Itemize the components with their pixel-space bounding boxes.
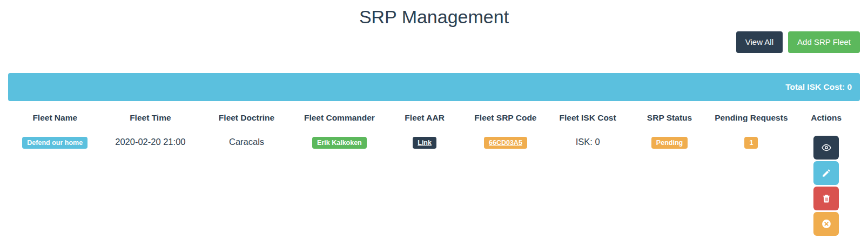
fleet-time-cell: 2020-02-20 21:00 (102, 131, 199, 240)
column-header-fleet-name: Fleet Name (8, 109, 102, 131)
fleet-aar-link[interactable]: Link (413, 137, 436, 149)
fleet-name-cell: Defend our home (8, 131, 102, 240)
total-isk-cost-label: Total ISK Cost: 0 (785, 82, 852, 92)
actions-cell (792, 131, 860, 240)
disable-fleet-button[interactable] (813, 212, 839, 236)
table-row: Defend our home 2020-02-20 21:00 Caracal… (8, 131, 860, 240)
column-header-fleet-time: Fleet Time (102, 109, 199, 131)
table-header-row: Fleet Name Fleet Time Fleet Doctrine Fle… (8, 109, 860, 131)
pending-requests-badge: 1 (744, 137, 758, 149)
fleet-doctrine-cell: Caracals (199, 131, 294, 240)
srp-fleet-table: Fleet Name Fleet Time Fleet Doctrine Fle… (8, 109, 860, 240)
page-title: SRP Management (8, 6, 860, 28)
fleet-commander-cell: Erik Kalkoken (294, 131, 385, 240)
pending-requests-cell: 1 (710, 131, 792, 240)
view-all-button[interactable]: View All (736, 31, 783, 53)
view-fleet-button[interactable] (813, 136, 839, 160)
trash-icon (822, 194, 831, 203)
fleet-commander-badge: Erik Kalkoken (312, 137, 367, 149)
toolbar: View All Add SRP Fleet (8, 31, 860, 53)
total-isk-cost-bar: Total ISK Cost: 0 (8, 73, 860, 101)
delete-fleet-button[interactable] (813, 187, 839, 210)
column-header-pending-requests: Pending Requests (710, 109, 792, 131)
column-header-fleet-srp-code: Fleet SRP Code (465, 109, 546, 131)
add-srp-fleet-button[interactable]: Add SRP Fleet (788, 31, 860, 53)
pencil-icon (822, 168, 831, 178)
srp-management-page: SRP Management View All Add SRP Fleet To… (0, 6, 868, 240)
fleet-srp-code-link[interactable]: 66CD03A5 (484, 137, 527, 149)
fleet-srp-code-cell: 66CD03A5 (465, 131, 546, 240)
column-header-fleet-doctrine: Fleet Doctrine (199, 109, 294, 131)
times-circle-icon (821, 218, 832, 229)
srp-status-cell: Pending (629, 131, 710, 240)
fleet-isk-cost-cell: ISK: 0 (547, 131, 629, 240)
eye-icon (821, 142, 832, 153)
column-header-srp-status: SRP Status (629, 109, 710, 131)
column-header-fleet-aar: Fleet AAR (385, 109, 465, 131)
column-header-actions: Actions (792, 109, 860, 131)
fleet-aar-cell: Link (385, 131, 465, 240)
edit-fleet-button[interactable] (813, 161, 839, 185)
column-header-fleet-commander: Fleet Commander (294, 109, 385, 131)
fleet-name-badge: Defend our home (22, 137, 88, 149)
column-header-fleet-isk-cost: Fleet ISK Cost (547, 109, 629, 131)
srp-status-badge: Pending (651, 137, 688, 149)
